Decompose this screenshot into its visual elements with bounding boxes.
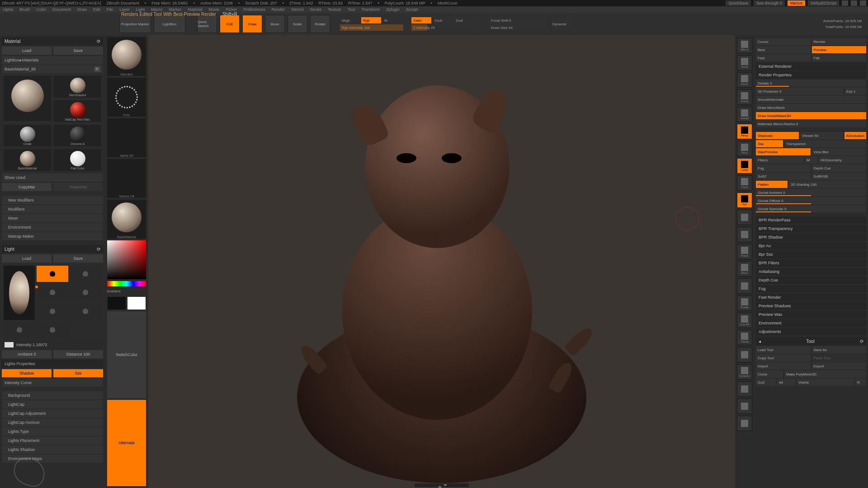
lightbox-button[interactable]: LightBox: [154, 15, 185, 33]
distance-slider[interactable]: Distance 100: [53, 350, 103, 358]
menu-edit[interactable]: Edit: [93, 7, 100, 12]
rstrip-persp[interactable]: Persp: [737, 124, 752, 139]
rstrip-slot-21[interactable]: [737, 399, 752, 414]
lightbox-materials[interactable]: Lightbox▸Materials: [2, 56, 103, 64]
canvas-resize-handle[interactable]: [415, 483, 469, 487]
material-swatch[interactable]: Chalk: [4, 125, 51, 146]
color-secondary[interactable]: [127, 297, 146, 310]
fog-toggle[interactable]: Fog: [756, 164, 811, 172]
alpha-slot[interactable]: Alpha Off: [107, 118, 146, 157]
menu-texture[interactable]: Texture: [328, 7, 341, 12]
af-toggle[interactable]: Af: [805, 156, 817, 164]
menu-picker[interactable]: Picker: [226, 7, 237, 12]
global-specular-slider[interactable]: Global Specular 0: [756, 205, 866, 212]
rstrip-dynamic[interactable]: Dynamic: [737, 364, 752, 380]
section-lightcap[interactable]: LightCap: [2, 400, 103, 408]
section-background[interactable]: Background: [2, 391, 103, 399]
rstrip-line-fill[interactable]: Line Fill: [737, 313, 752, 328]
section-bpr-renderpass[interactable]: BPR RenderPass: [756, 216, 866, 224]
sss-toggle[interactable]: Sss: [756, 140, 783, 147]
lights-properties[interactable]: Lights Properties: [2, 360, 103, 368]
light-5[interactable]: [37, 303, 68, 319]
rstrip-slot-22[interactable]: [737, 416, 752, 431]
light-4[interactable]: [70, 284, 101, 300]
stroke-slot-dots[interactable]: Dots: [107, 78, 146, 117]
menu-macro[interactable]: Macro: [151, 7, 162, 12]
section-lights-type[interactable]: Lights Type: [2, 427, 103, 436]
flatten-toggle[interactable]: Flatten: [756, 181, 788, 188]
menu-preferences[interactable]: Preferences: [243, 7, 265, 12]
rgb-toggle[interactable]: Rgb: [361, 17, 381, 23]
light-6[interactable]: [70, 303, 101, 319]
noisemaker-toggle[interactable]: Draw NoiseMaker3D: [756, 112, 866, 119]
rstrip-slot-11[interactable]: [737, 227, 752, 242]
menu-movie[interactable]: Movie: [208, 7, 219, 12]
menu-tool[interactable]: Tool: [348, 7, 355, 12]
transparent-toggle[interactable]: Transparent: [784, 140, 866, 147]
copy-tool-button[interactable]: Copy Tool: [756, 354, 811, 361]
section-lightcap-adj[interactable]: LightCap Adjustment: [2, 409, 103, 418]
softz-toggle[interactable]: SoftZ: [756, 173, 811, 180]
menu-render[interactable]: Render: [272, 7, 285, 12]
material-swatch[interactable]: Flat Color: [54, 149, 101, 171]
aocclusion-toggle[interactable]: AOcclusion: [844, 132, 866, 139]
menu-draw[interactable]: Draw: [77, 7, 87, 12]
clone-button[interactable]: Clone: [756, 371, 783, 378]
shadows-toggle[interactable]: Shadows: [756, 132, 799, 139]
rstrip-local[interactable]: Local: [737, 158, 752, 174]
viewport[interactable]: [148, 35, 735, 488]
global-diffuse-slider[interactable]: Global Diffuse 0: [756, 197, 866, 204]
make-polymesh-button[interactable]: Make PolyMesh3D: [784, 371, 866, 378]
section-fog[interactable]: Fog: [756, 285, 866, 292]
material-swatch[interactable]: MatCap Red Wax: [54, 100, 101, 122]
show-used-toggle[interactable]: Show Used: [2, 174, 103, 182]
section-lights-placement[interactable]: Lights Placement: [2, 436, 103, 445]
rstrip-zoom[interactable]: Zoom: [737, 72, 752, 88]
zcut-toggle[interactable]: Zcut: [454, 17, 474, 23]
menu-transform[interactable]: Transform: [361, 7, 380, 12]
dynamic-toggle[interactable]: Dynamic: [551, 17, 573, 31]
posterize-slider[interactable]: 3D Posterize 0: [756, 88, 843, 95]
maximize-icon[interactable]: [851, 0, 857, 6]
scale-button[interactable]: Scale: [288, 15, 307, 33]
paste-tool-button[interactable]: Paste Tool: [812, 354, 867, 361]
shadow-toggle[interactable]: Shadow: [2, 369, 52, 377]
section-bpr-filters[interactable]: BPR Filters: [756, 259, 866, 267]
light-save-button[interactable]: Save: [53, 254, 103, 263]
render-flat-button[interactable]: Flat: [812, 54, 867, 61]
menu-color[interactable]: Color: [37, 7, 47, 12]
section-preview-wax[interactable]: Preview Wax: [756, 311, 866, 318]
section-bpr-shadow[interactable]: BPR Shadow: [756, 234, 866, 241]
hdgeometry-toggle[interactable]: HDGeometry: [819, 156, 866, 164]
details-slider[interactable]: Details 3: [756, 80, 866, 87]
rstrip-slot-10[interactable]: [737, 210, 752, 225]
menu-alpha[interactable]: Alpha: [3, 7, 13, 12]
section-lightcap-horizon[interactable]: LightCap Horizon: [2, 418, 103, 427]
depthcue-toggle[interactable]: Depth Cue: [812, 164, 867, 172]
section-bpr-transparency[interactable]: BPR Transparency: [756, 225, 866, 232]
quick-sketch-button[interactable]: Quick Sketch: [197, 15, 217, 33]
viewblur-toggle[interactable]: View Blur: [812, 148, 867, 155]
light-2[interactable]: [70, 266, 101, 282]
render-fast-button[interactable]: Fast: [756, 54, 811, 61]
material-save-button[interactable]: Save: [53, 47, 103, 55]
light-preview[interactable]: [4, 266, 35, 320]
color-picker[interactable]: [107, 240, 146, 279]
section-mixer[interactable]: Mixer: [2, 214, 103, 222]
rstrip-scroll[interactable]: Scroll: [737, 55, 752, 70]
3dshading-slider[interactable]: 3D Shading 100: [789, 181, 866, 188]
rstrip-actual[interactable]: Actual: [737, 89, 752, 105]
mrgb-toggle[interactable]: Mrgb: [340, 17, 360, 23]
intensity-curve[interactable]: Intensity Curve: [2, 379, 103, 387]
render-preview-button[interactable]: Preview: [812, 46, 867, 53]
section-preview-shadows[interactable]: Preview Shadows: [756, 302, 866, 310]
menu-document[interactable]: Document: [52, 7, 71, 12]
texture-slot[interactable]: Texture Off: [107, 159, 146, 198]
rstrip-lsym[interactable]: LSym: [737, 175, 752, 191]
menu-brush[interactable]: Brush: [19, 7, 30, 12]
rstrip-frame[interactable]: Frame: [737, 244, 752, 259]
rstrip-slot-20[interactable]: [737, 381, 752, 397]
light-load-button[interactable]: Load: [2, 254, 52, 263]
menu-light[interactable]: Light: [136, 7, 145, 12]
fibers-toggle[interactable]: Fibers: [756, 156, 803, 164]
